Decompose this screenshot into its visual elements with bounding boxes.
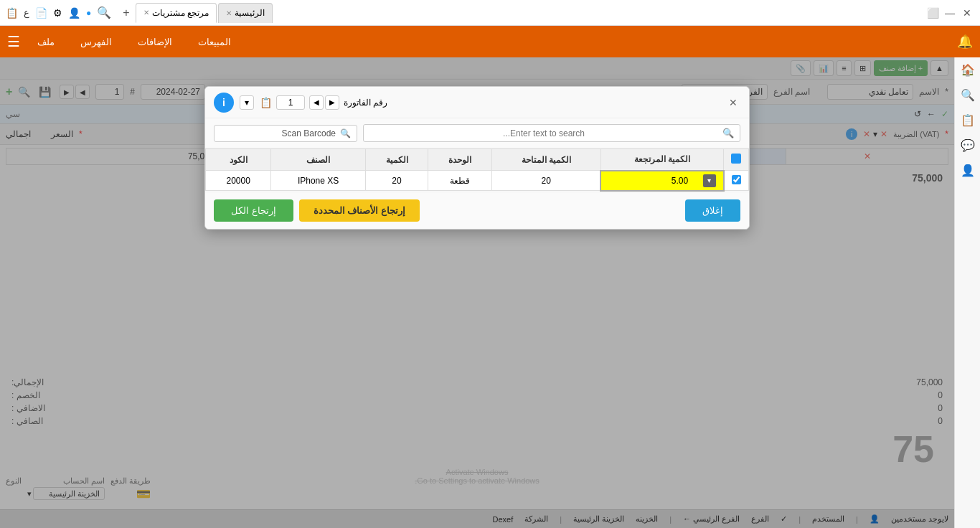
gear-icon-titlebar[interactable]: ⚙	[53, 7, 62, 19]
col-checkbox	[724, 149, 749, 171]
col-unit: الوحدة	[428, 149, 492, 171]
select-all-indicator	[731, 154, 741, 164]
item-cell: IPhone XS	[271, 171, 366, 191]
window-title-bar: ✕ — ⬜ الرئيسية ✕ مرتجع مشتريات ✕ + 🔍 ● 👤…	[0, 0, 980, 26]
item-name: IPhone XS	[298, 176, 339, 186]
notification-bell[interactable]: 🔔	[957, 34, 973, 50]
modal-overlay: ✕ رقم الفاتورة ▶ ◀ 📋 ▾	[0, 57, 954, 528]
modal-footer: إغلاق إرتجاع الأصناف المحددة إرتجاع الكل	[205, 192, 749, 229]
invoice-num-input[interactable]	[276, 95, 305, 110]
dropdown-arrow-icon: ▾	[245, 98, 249, 108]
search-icon-titlebar[interactable]: 🔍	[97, 6, 111, 19]
user-icon-titlebar[interactable]: 👤	[68, 7, 80, 19]
minimize-icon[interactable]: —	[943, 6, 957, 20]
modal-table-container: الكمية المرتجعة الكمية المتاحة الوحدة ال…	[205, 148, 749, 192]
return-selected-button[interactable]: إرتجاع الأصناف المحددة	[299, 199, 420, 222]
tab-home-label: الرئيسية	[235, 8, 265, 18]
return-qty-cell[interactable]: ▾	[600, 171, 723, 191]
chat-icon[interactable]: 💬	[961, 138, 975, 152]
barcode-search-field[interactable]: 🔍 Scan Barcode	[214, 125, 357, 142]
footer-action-buttons: إرتجاع الأصناف المحددة إرتجاع الكل	[214, 199, 420, 222]
col-return-qty: الكمية المرتجعة	[600, 149, 723, 171]
modal-dialog: ✕ رقم الفاتورة ▶ ◀ 📋 ▾	[204, 86, 750, 230]
text-icon-titlebar[interactable]: 📄	[35, 7, 47, 19]
qty-value: 20	[392, 176, 401, 186]
circle-icon-titlebar: ●	[86, 8, 91, 18]
modal-header: ✕ رقم الفاتورة ▶ ◀ 📋 ▾	[205, 87, 749, 118]
col-qty: الكمية	[365, 149, 428, 171]
code-cell: 20000	[206, 171, 271, 191]
modal-header-controls: رقم الفاتورة ▶ ◀ 📋 ▾ i	[214, 93, 387, 113]
orange-nav-bar: 🔔 المبيعات الإضافات الفهرس ملف ☰	[0, 26, 980, 57]
invoice-next-arrow[interactable]: ◀	[309, 95, 324, 110]
available-qty-cell: 20	[492, 171, 601, 191]
tab-home[interactable]: الرئيسية ✕	[218, 3, 273, 23]
row-checkbox-cell[interactable]	[724, 171, 749, 191]
scan-barcode-label: Scan Barcode	[282, 128, 336, 138]
unit-value: قطعة	[450, 176, 470, 186]
content-area: ▲ + إضافة صنف ⊞ ≡ 📊 📎 * الاسم اسم الفرع …	[0, 57, 954, 528]
code-value: 20000	[226, 176, 250, 186]
table-row: ▾ 20 قطعة	[206, 171, 749, 191]
modal-close-btn[interactable]: ✕	[726, 95, 740, 110]
close-modal-button[interactable]: إغلاق	[685, 199, 740, 222]
tab-purchases-close[interactable]: ✕	[143, 9, 149, 16]
user-sidebar-icon[interactable]: 👤	[961, 164, 975, 177]
tab-bar: الرئيسية ✕ مرتجع مشتريات ✕ + 🔍 ● 👤 ⚙ 📄 ع…	[6, 3, 921, 23]
nav-item-sales[interactable]: المبيعات	[192, 34, 237, 50]
qty-dropdown-arrow[interactable]: ▾	[703, 174, 716, 187]
modal-type-dropdown[interactable]: ▾	[240, 95, 254, 110]
nav-item-additions[interactable]: الإضافات	[132, 34, 178, 50]
item-search-field[interactable]: 🔍	[363, 124, 740, 142]
list-icon[interactable]: 📋	[961, 113, 975, 127]
main-area: 🏠 🔍 📋 💬 👤 ▲ + إضافة صنف ⊞ ≡ 📊 📎 * الاسم	[0, 57, 980, 528]
arabic-icon-titlebar: ع	[24, 7, 29, 18]
window-controls[interactable]: ✕ — ⬜	[925, 6, 974, 20]
modal-items-table: الكمية المرتجعة الكمية المتاحة الوحدة ال…	[205, 148, 749, 192]
invoice-num-section: رقم الفاتورة ▶ ◀ 📋	[260, 95, 387, 110]
available-qty-value: 20	[542, 176, 551, 186]
tab-purchases-return[interactable]: مرتجع مشتريات ✕	[136, 3, 217, 23]
home-icon[interactable]: 🏠	[961, 63, 975, 77]
nav-item-catalog[interactable]: الفهرس	[75, 34, 118, 50]
tab-purchases-label: مرتجع مشتريات	[152, 8, 209, 18]
qty-cell: 20	[365, 171, 428, 191]
col-item: الصنف	[271, 149, 366, 171]
invoice-num-label: رقم الفاتورة	[344, 98, 387, 108]
search-sidebar-icon[interactable]: 🔍	[961, 88, 975, 102]
item-search-input[interactable]	[369, 128, 718, 138]
col-code: الكود	[206, 149, 271, 171]
return-qty-input[interactable]	[659, 176, 702, 186]
bookmark-icon-titlebar[interactable]: 📋	[6, 7, 18, 19]
close-window-icon[interactable]: ✕	[960, 6, 974, 20]
invoice-prev-arrow[interactable]: ▶	[325, 95, 339, 110]
table-header-row: الكمية المرتجعة الكمية المتاحة الوحدة ال…	[206, 149, 749, 171]
return-all-button[interactable]: إرتجاع الكل	[214, 199, 293, 222]
barcode-search-icon: 🔍	[340, 128, 351, 138]
main-nav: المبيعات الإضافات الفهرس ملف	[32, 34, 946, 50]
maximize-icon[interactable]: ⬜	[925, 6, 940, 20]
row-checkbox[interactable]	[732, 175, 741, 184]
col-available-qty: الكمية المتاحة	[492, 149, 601, 171]
search-field-icon: 🔍	[722, 128, 734, 138]
unit-cell: قطعة	[428, 171, 492, 191]
invoice-icon: 📋	[260, 97, 272, 108]
new-tab-button[interactable]: +	[118, 6, 133, 19]
left-sidebar: 🏠 🔍 📋 💬 👤	[954, 57, 980, 528]
modal-info-btn[interactable]: i	[214, 93, 234, 113]
modal-search-bar: 🔍 🔍 Scan Barcode	[205, 118, 749, 148]
invoice-nav-arrows: ▶ ◀	[309, 95, 339, 110]
tab-home-close[interactable]: ✕	[226, 9, 232, 17]
nav-item-file[interactable]: ملف	[32, 34, 60, 50]
hamburger-icon[interactable]: ☰	[7, 33, 20, 50]
